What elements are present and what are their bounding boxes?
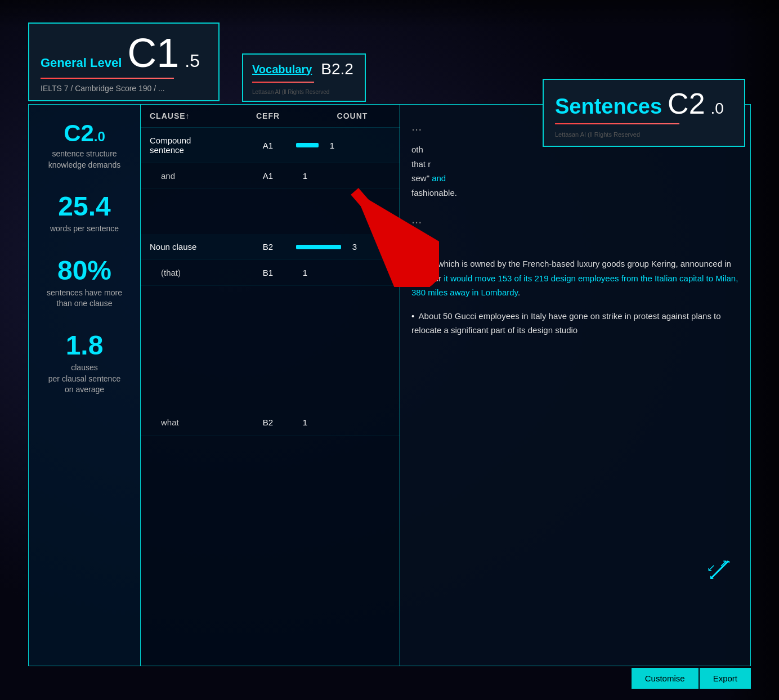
cell-clause-noun: Noun clause [150,242,240,252]
vocabulary-copyright: Lettasan AI (ll Rights Reserved [252,89,329,95]
stat-label-percent: sentences have morethan one clause [47,288,122,309]
stat-value-sentence-structure: C2.0 [48,122,120,145]
header-clause: CLAUSE↑ [150,111,240,120]
table-row: what B2 1 [141,410,400,436]
sentences-score: C2 [668,89,705,118]
count-bar-noun [296,245,341,249]
svg-text:↗: ↗ [719,558,728,569]
vocabulary-label: Vocabulary [252,63,312,76]
cell-count-and: 1 [296,171,400,181]
header-count: COUNT [296,111,400,120]
cell-cefr-what: B2 [240,418,296,427]
stat-sentence-structure: C2.0 sentence structureknowledge demands [48,122,120,170]
stat-words-per-sentence: 25.4 words per sentence [50,193,119,235]
general-level-top: General Level C1 .5 [41,33,207,73]
general-level-decimal: .5 [185,51,200,71]
count-number-what: 1 [296,418,307,427]
cell-cefr-compound: A1 [240,141,296,150]
stat-label-sentence-structure: sentence structureknowledge demands [48,149,120,170]
sentences-decimal: .0 [711,100,724,118]
cell-clause-compound: Compoundsentence [150,136,240,155]
cell-clause-that: (that) [150,268,240,277]
customise-button[interactable]: Customise [632,668,699,689]
cell-count-compound: 1 [296,141,400,150]
stat-value-percent: 80% [47,257,122,284]
cell-count-what: 1 [296,418,400,427]
cell-clause-what: what [150,418,240,427]
vocabulary-top: Vocabulary B2.2 [252,60,356,78]
cell-count-that: 1 [296,268,400,277]
count-bar-compound [296,143,319,147]
stat-label-words: words per sentence [50,223,119,235]
bullet-icon-2: • [411,311,414,321]
stat-value-words: 25.4 [50,193,119,220]
vocabulary-score: B2.2 [321,60,353,78]
general-level-divider [41,78,174,79]
bottom-buttons: Customise Export [632,668,751,689]
stats-panel: C2.0 sentence structureknowledge demands… [28,104,141,666]
text-and-highlight: and [432,173,446,183]
table-row: and A1 1 [141,163,400,189]
table-panel: CLAUSE↑ CEFR COUNT Compoundsentence A1 1… [141,104,400,666]
text-strike: • About 50 Gucci employees in Italy have… [411,309,739,338]
table-row: Compoundsentence A1 1 [141,128,400,163]
stat-clauses: 1.8 clausesper clausal sentenceon averag… [48,332,120,396]
sentences-copyright: Lettasan AI (ll Rights Reserved [555,131,640,138]
text-ellipsis-2: ... [411,209,739,230]
general-level-card: General Level C1 .5 IELTS 7 / Cambridge … [28,23,220,101]
cell-cefr-noun: B2 [240,242,296,252]
general-level-label: General Level [41,56,122,70]
stat-sentences-percent: 80% sentences have morethan one clause [47,257,122,309]
vocabulary-divider [252,82,314,83]
sentences-card: Sentences C2 .0 Lettasan AI (ll Rights R… [543,79,745,147]
table-row: Noun clause B2 3 [141,234,400,260]
text-panel: ... oththat rsew" andfashionable. ... • … [400,104,751,666]
count-number-that: 1 [296,268,307,277]
sentences-top: Sentences C2 .0 [555,89,733,119]
text-partial-1: oththat rsew" andfashionable. [411,142,739,200]
export-button[interactable]: Export [700,668,751,689]
general-level-score: C1 [127,33,179,73]
vocabulary-card: Vocabulary B2.2 Lettasan AI (ll Rights R… [242,53,366,102]
table-header: CLAUSE↑ CEFR COUNT [141,105,400,128]
stat-value-clauses: 1.8 [48,332,120,359]
sentences-label: Sentences [555,95,662,119]
svg-text:↙: ↙ [707,562,715,573]
cell-cefr-and: A1 [240,171,296,181]
text-gucci-main: Gucci, which is owned by the French-base… [411,257,739,300]
cell-clause-and: and [150,171,240,181]
bullet-icon: • [411,238,414,248]
table-row: (that) B1 1 [141,260,400,286]
count-number-and: 1 [296,171,307,181]
sentences-divider [555,123,679,124]
text-highlight-gucci: it would move 153 of its 219 design empl… [411,273,738,298]
general-level-sub: IELTS 7 / Cambridge Score 190 / ... [41,84,165,93]
stat-label-clauses: clausesper clausal sentenceon average [48,362,120,396]
cell-count-noun: 3 [296,242,400,252]
main-content: C2.0 sentence structureknowledge demands… [28,104,751,666]
header-cefr: CEFR [240,111,296,120]
expand-icon[interactable]: ↙ ↗ [706,555,734,587]
count-number-noun: 3 [346,242,357,252]
count-number-compound: 1 [323,141,334,150]
text-bullet-dot: • . [411,236,739,250]
cell-cefr-that: B1 [240,268,296,277]
